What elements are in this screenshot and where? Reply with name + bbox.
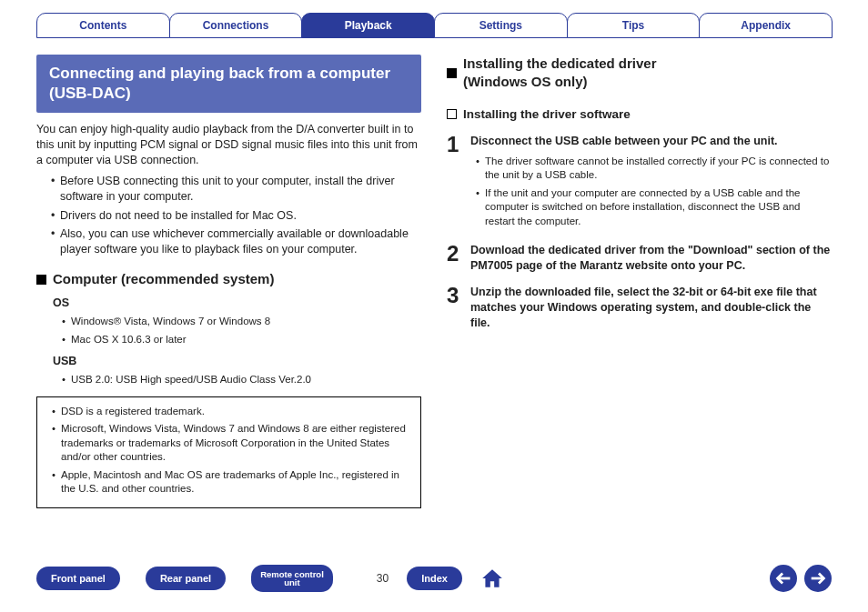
bullet-item: Mac OS X 10.6.3 or later [62,333,421,347]
bullet-item: USB 2.0: USB High speed/USB Audio Class … [62,373,421,387]
square-icon [36,275,46,285]
next-page-button[interactable] [804,565,832,592]
top-tabs: Contents Connections Playback Settings T… [36,13,832,38]
intro-paragraph: You can enjoy high-quality audio playbac… [36,122,421,168]
right-column: Installing the dedicated driver (Windows… [447,55,832,508]
home-icon[interactable] [480,567,504,590]
usb-label: USB [53,354,421,369]
os-list: Windows® Vista, Windows 7 or Windows 8 M… [56,315,421,346]
step-text: Download the dedicated driver from the "… [470,244,830,272]
bullet-item: Before USB connecting this unit to your … [51,174,421,205]
step-1: 1 Disconnect the USB cable between your … [447,134,832,232]
tab-appendix[interactable]: Appendix [699,13,833,38]
bullet-item: Also, you can use whichever commercially… [51,226,421,257]
remote-control-button[interactable]: Remote control unit [251,565,333,592]
step-number: 2 [447,243,470,274]
footer-nav: Front panel Rear panel Remote control un… [36,565,832,592]
content-columns: Connecting and playing back from a compu… [36,55,832,508]
step-body: Disconnect the USB cable between your PC… [470,134,832,232]
notes-list: DSD is a registered trademark. Microsoft… [46,405,411,497]
page-number: 30 [377,572,389,585]
step-body: Download the dedicated driver from the "… [470,243,832,274]
bullet-item: Microsoft, Windows Vista, Windows 7 and … [52,422,411,465]
step-text: Disconnect the USB cable between your PC… [470,135,778,147]
step-body: Unzip the downloaded file, select the 32… [470,285,832,331]
tab-playback[interactable]: Playback [301,13,435,38]
step-number: 3 [447,285,470,331]
step-number: 1 [447,134,470,232]
front-panel-button[interactable]: Front panel [36,567,120,590]
os-label: OS [53,296,421,311]
tab-settings[interactable]: Settings [434,13,568,38]
bullet-item: The driver software cannot be installed … [476,155,832,183]
bullet-item: Windows® Vista, Windows 7 or Windows 8 [62,315,421,329]
bullet-item: DSD is a registered trademark. [52,405,411,419]
bullet-item: Apple, Macintosh and Mac OS are trademar… [52,468,411,497]
bullet-item: Drivers do not need to be installed for … [51,208,421,224]
install-driver-heading: Installing the dedicated driver (Windows… [447,55,832,92]
index-button[interactable]: Index [407,567,462,590]
left-column: Connecting and playing back from a compu… [36,55,421,508]
tab-contents[interactable]: Contents [36,13,170,38]
manual-page: Contents Connections Playback Settings T… [0,0,868,612]
step-text: Unzip the downloaded file, select the 32… [470,286,817,329]
heading-text: Installing the driver software [463,106,631,123]
trademark-notes: DSD is a registered trademark. Microsoft… [36,396,421,508]
section-title: Connecting and playing back from a compu… [36,55,421,113]
step-sub: The driver software cannot be installed … [470,155,832,229]
heading-text: Installing the dedicated driver [463,55,657,71]
heading-text: (Windows OS only) [463,74,588,89]
pill-label: unit [284,578,299,587]
install-software-heading: Installing the driver software [447,106,832,123]
tab-tips[interactable]: Tips [567,13,701,38]
heading-text: Computer (recommended system) [53,270,274,288]
step-3: 3 Unzip the downloaded file, select the … [447,285,832,331]
step-2: 2 Download the dedicated driver from the… [447,243,832,274]
intro-bullets: Before USB connecting this unit to your … [45,174,421,257]
rear-panel-button[interactable]: Rear panel [146,567,226,590]
square-outline-icon [447,109,457,119]
tab-connections[interactable]: Connections [169,13,303,38]
square-icon [447,68,457,78]
bullet-item: If the unit and your computer are connec… [476,186,832,229]
prev-page-button[interactable] [770,565,797,592]
usb-list: USB 2.0: USB High speed/USB Audio Class … [56,373,421,387]
recommended-system-heading: Computer (recommended system) [36,270,421,288]
